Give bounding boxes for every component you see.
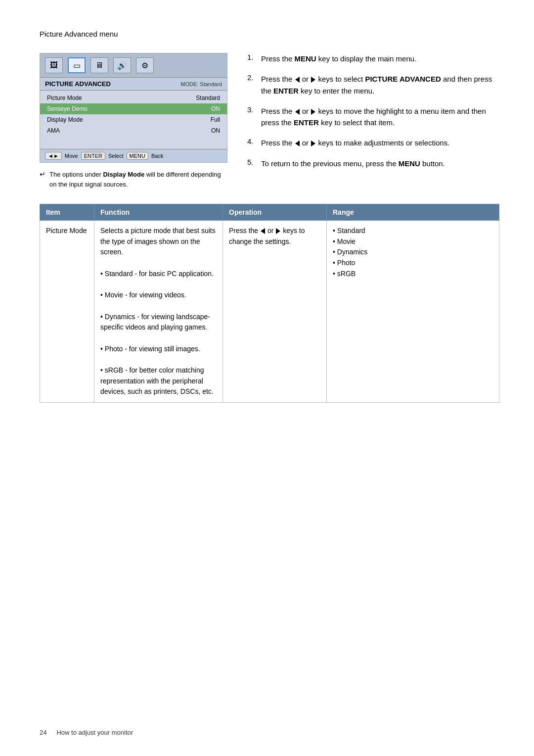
menu-row-ama: AMA ON <box>40 125 227 136</box>
instruction-2: 2. Press the or keys to select PICTURE A… <box>247 73 499 96</box>
menu-icon-display: 🖥 <box>90 57 108 73</box>
enter-key: ENTER <box>81 152 105 160</box>
table-cell-item: Picture Mode <box>40 221 94 403</box>
table-row: Picture Mode Selects a picture mode that… <box>40 221 499 403</box>
col-header-function: Function <box>94 204 223 221</box>
instruction-4: 4. Press the or keys to make adjustments… <box>247 137 499 148</box>
menu-row-senseye: Senseye Demo ON <box>40 103 227 114</box>
page-title: Picture Advanced menu <box>40 30 499 38</box>
menu-key: MENU <box>127 152 148 160</box>
note-area: ↵ The options under Display Mode will be… <box>40 170 227 189</box>
col-header-operation: Operation <box>223 204 327 221</box>
menu-header-title: PICTURE ADVANCED <box>45 80 111 88</box>
table-cell-function: Selects a picture mode that best suits t… <box>94 221 223 403</box>
table-cell-range: • Standard • Movie • Dynamics • Photo • … <box>327 221 499 403</box>
col-header-item: Item <box>40 204 94 221</box>
left-column: 🖼 ▭ 🖥 🔊 ⚙ PICTURE ADVANCED MODE: Standar… <box>40 53 227 189</box>
menu-icon-settings: ⚙ <box>136 57 154 73</box>
right-column: 1. Press the MENU key to display the mai… <box>247 53 499 189</box>
instruction-1: 1. Press the MENU key to display the mai… <box>247 53 499 64</box>
instruction-3: 3. Press the or keys to move the highlig… <box>247 105 499 129</box>
menu-header-mode: MODE: Standard <box>180 81 222 87</box>
page-footer: 24 How to adjust your monitor <box>40 729 499 736</box>
menu-row-picture-mode: Picture Mode Standard <box>40 93 227 103</box>
col-header-range: Range <box>327 204 499 221</box>
table-cell-operation: Press the or keys to change the settings… <box>223 221 327 403</box>
menu-icon-picture: 🖼 <box>45 57 63 73</box>
footer-text: How to adjust your monitor <box>56 729 133 736</box>
menu-row-empty <box>40 136 227 147</box>
note-text: The options under Display Mode will be d… <box>49 170 227 189</box>
menu-icon-layout: ▭ <box>68 57 86 73</box>
note-icon: ↵ <box>40 170 45 189</box>
instruction-5: 5. To return to the previous menu, press… <box>247 158 499 169</box>
menu-footer: ◄► Move ENTER Select MENU Back <box>40 149 227 162</box>
footer-page-number: 24 <box>40 729 46 736</box>
menu-row-display-mode: Display Mode Full <box>40 114 227 125</box>
move-key: ◄► <box>45 152 62 160</box>
instruction-list: 1. Press the MENU key to display the mai… <box>247 53 499 169</box>
menu-rows: Picture Mode Standard Senseye Demo ON Di… <box>40 91 227 149</box>
menu-top-icons: 🖼 ▭ 🖥 🔊 ⚙ <box>40 53 227 78</box>
table-header-row: Item Function Operation Range <box>40 204 499 221</box>
menu-mockup: 🖼 ▭ 🖥 🔊 ⚙ PICTURE ADVANCED MODE: Standar… <box>40 53 227 163</box>
data-table: Item Function Operation Range Picture Mo… <box>40 204 499 403</box>
main-content: 🖼 ▭ 🖥 🔊 ⚙ PICTURE ADVANCED MODE: Standar… <box>40 53 499 189</box>
menu-icon-audio: 🔊 <box>113 57 131 73</box>
menu-header: PICTURE ADVANCED MODE: Standard <box>40 78 227 91</box>
